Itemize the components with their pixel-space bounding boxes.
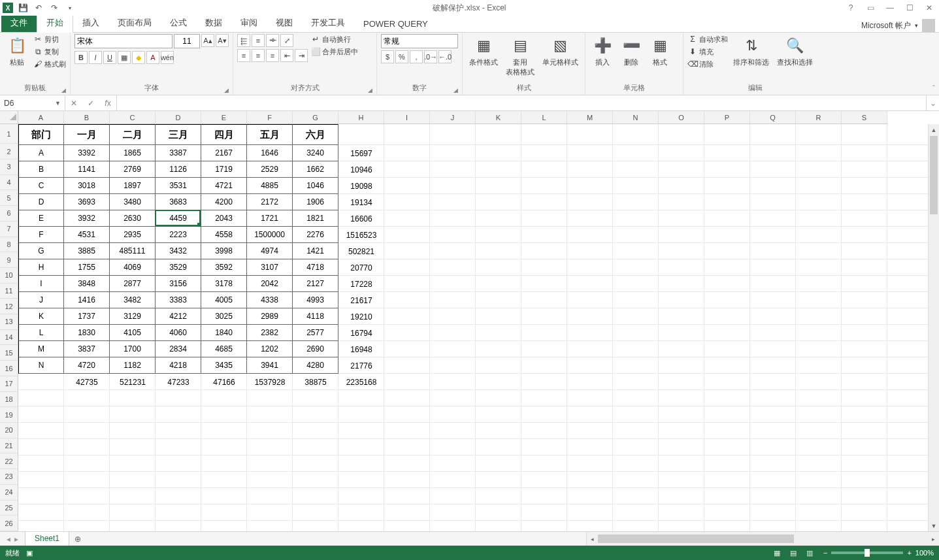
- row-header[interactable]: 2: [0, 144, 18, 159]
- cell[interactable]: 2989: [247, 308, 293, 325]
- cell[interactable]: 1721: [247, 210, 293, 227]
- cell[interactable]: 3480: [110, 194, 156, 210]
- align-bottom-button[interactable]: ⬲: [266, 34, 279, 47]
- avatar[interactable]: [922, 19, 935, 32]
- cell[interactable]: 3529: [156, 259, 201, 276]
- sort-filter-button[interactable]: ⇅排序和筛选: [731, 34, 772, 69]
- row-header[interactable]: 21: [0, 438, 18, 454]
- dialog-launcher-icon[interactable]: ◢: [368, 87, 372, 93]
- cell[interactable]: 1202: [247, 341, 293, 357]
- cell[interactable]: 3392: [64, 145, 110, 161]
- cell[interactable]: 3885: [64, 243, 110, 259]
- bold-button[interactable]: B: [74, 51, 88, 64]
- cell[interactable]: 2042: [247, 276, 293, 292]
- number-format-combo[interactable]: [381, 34, 458, 48]
- row-header[interactable]: 12: [0, 299, 18, 314]
- cell[interactable]: 3156: [156, 276, 201, 292]
- cell[interactable]: 3683: [156, 194, 201, 210]
- cell[interactable]: C: [18, 178, 64, 194]
- column-header[interactable]: Q: [750, 111, 796, 124]
- ribbon-tab-开发工具[interactable]: 开发工具: [302, 14, 354, 32]
- ribbon-tab-审阅[interactable]: 审阅: [231, 14, 267, 32]
- cell[interactable]: 3383: [156, 292, 201, 308]
- align-right-button[interactable]: ≡: [266, 49, 279, 62]
- cell[interactable]: 2529: [247, 161, 293, 178]
- row-header[interactable]: 8: [0, 237, 18, 253]
- decrease-font-button[interactable]: A▾: [216, 34, 229, 47]
- align-middle-button[interactable]: ≡: [252, 34, 265, 47]
- normal-view-button[interactable]: ▦: [770, 549, 784, 557]
- cell[interactable]: 2382: [247, 325, 293, 341]
- cell[interactable]: 2223: [156, 227, 201, 243]
- cell[interactable]: 1719: [201, 161, 247, 178]
- cell[interactable]: 4005: [201, 292, 247, 308]
- font-size-combo[interactable]: [174, 34, 200, 48]
- qat-customize-icon[interactable]: ▾: [64, 2, 76, 14]
- format-cells-button[interactable]: ▦格式: [647, 34, 673, 69]
- chevron-down-icon[interactable]: ▼: [55, 100, 61, 107]
- row-header[interactable]: 11: [0, 284, 18, 299]
- cell[interactable]: 21617: [338, 292, 384, 308]
- cell[interactable]: F: [18, 227, 64, 243]
- ribbon-tab-视图[interactable]: 视图: [267, 14, 302, 32]
- format-as-table-button[interactable]: ▤套用 表格格式: [503, 34, 537, 78]
- wrap-text-button[interactable]: ↵自动换行: [310, 34, 358, 44]
- cell[interactable]: 4069: [110, 259, 156, 276]
- cell[interactable]: 4200: [201, 194, 247, 210]
- cell[interactable]: D: [18, 194, 64, 210]
- scroll-thumb[interactable]: [930, 136, 938, 214]
- cell[interactable]: 3941: [247, 357, 293, 374]
- paste-button[interactable]: 📋 粘贴: [4, 34, 30, 69]
- row-header[interactable]: 25: [0, 501, 18, 516]
- scroll-left-icon[interactable]: ◂: [587, 536, 598, 542]
- column-header[interactable]: S: [842, 111, 887, 124]
- cell[interactable]: 17228: [338, 276, 384, 292]
- cell[interactable]: 3240: [293, 145, 338, 161]
- indent-decrease-button[interactable]: ⇤: [280, 49, 293, 62]
- cell[interactable]: 2127: [293, 276, 338, 292]
- row-header[interactable]: 26: [0, 516, 18, 531]
- comma-format-button[interactable]: ,: [410, 50, 423, 63]
- cell[interactable]: A: [18, 145, 64, 161]
- row-header[interactable]: 19: [0, 407, 18, 423]
- cell[interactable]: 1046: [293, 178, 338, 194]
- account-label[interactable]: Microsoft 帐户: [861, 20, 911, 31]
- sheet-prev-icon[interactable]: ◂: [7, 535, 10, 544]
- file-tab[interactable]: 文件: [1, 14, 37, 32]
- row-header[interactable]: 17: [0, 376, 18, 392]
- column-header[interactable]: R: [796, 111, 842, 124]
- cell[interactable]: 21776: [338, 357, 384, 374]
- chevron-down-icon[interactable]: ▾: [915, 22, 918, 29]
- cell[interactable]: 2167: [201, 145, 247, 161]
- cell[interactable]: 4118: [293, 308, 338, 325]
- cell[interactable]: 2235168: [338, 374, 384, 390]
- cell[interactable]: 1897: [110, 178, 156, 194]
- cell[interactable]: 1700: [110, 341, 156, 357]
- column-header[interactable]: M: [567, 111, 613, 124]
- cut-button[interactable]: ✂剪切: [33, 34, 66, 44]
- clear-button[interactable]: ⌫清除: [687, 59, 728, 69]
- column-header[interactable]: B: [64, 111, 110, 124]
- cell[interactable]: 3107: [247, 259, 293, 276]
- cell[interactable]: 3848: [64, 276, 110, 292]
- autosum-button[interactable]: Σ自动求和: [687, 34, 728, 44]
- border-button[interactable]: ▦: [118, 51, 131, 64]
- cell[interactable]: 4105: [110, 325, 156, 341]
- page-layout-view-button[interactable]: ▤: [786, 549, 800, 557]
- cell[interactable]: 2769: [110, 161, 156, 178]
- cell[interactable]: 1840: [201, 325, 247, 341]
- cell[interactable]: 4685: [201, 341, 247, 357]
- ribbon-options-icon[interactable]: ▭: [863, 3, 878, 12]
- cell[interactable]: 3998: [201, 243, 247, 259]
- cell[interactable]: 3432: [156, 243, 201, 259]
- cell[interactable]: 4459: [156, 210, 201, 227]
- fill-color-button[interactable]: ◆: [132, 51, 145, 64]
- cell[interactable]: 4720: [64, 357, 110, 374]
- cell[interactable]: 3531: [156, 178, 201, 194]
- cell[interactable]: 4338: [247, 292, 293, 308]
- cell[interactable]: 2690: [293, 341, 338, 357]
- cell[interactable]: 一月: [64, 124, 110, 145]
- cell[interactable]: E: [18, 210, 64, 227]
- cell[interactable]: 1662: [293, 161, 338, 178]
- cell[interactable]: 1141: [64, 161, 110, 178]
